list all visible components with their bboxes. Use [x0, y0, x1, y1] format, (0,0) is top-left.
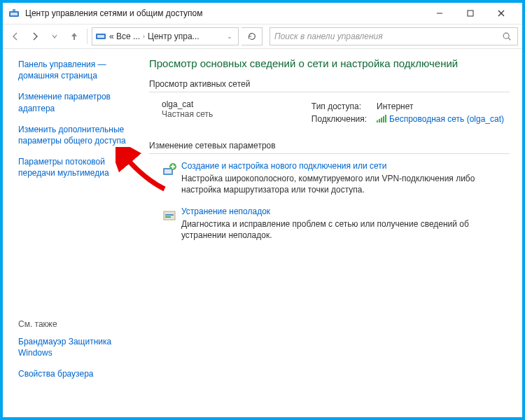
svg-rect-4 [468, 10, 473, 16]
troubleshoot-link[interactable]: Устранение неполадок [181, 206, 510, 216]
minimize-button[interactable] [424, 3, 455, 24]
window: Центр управления сетями и общим доступом [0, 0, 525, 420]
address-icon [95, 30, 106, 43]
sidebar: Панель управления — домашняя страница Из… [3, 49, 146, 417]
breadcrumb-current[interactable]: Центр упра... [148, 31, 200, 41]
up-button[interactable] [66, 28, 83, 45]
search-box[interactable] [270, 27, 518, 46]
maximize-button[interactable] [455, 3, 486, 24]
svg-rect-22 [165, 214, 174, 216]
svg-point-9 [503, 33, 509, 38]
sidebar-link-browser[interactable]: Свойства браузера [18, 368, 138, 379]
connection-link[interactable]: Беспроводная сеть (olga_cat) [389, 114, 504, 124]
app-icon [8, 8, 20, 19]
sidebar-link-home[interactable]: Панель управления — домашняя страница [18, 59, 138, 81]
forward-button[interactable] [27, 28, 43, 45]
body: Панель управления — домашняя страница Из… [3, 49, 522, 417]
content: Просмотр основных сведений о сети и наст… [146, 49, 522, 417]
sidebar-link-streaming[interactable]: Параметры потоковой передачи мультимедиа [18, 156, 138, 178]
svg-rect-1 [10, 13, 18, 15]
wifi-signal-icon [377, 115, 386, 125]
svg-rect-20 [171, 166, 175, 167]
svg-rect-8 [97, 35, 104, 38]
see-also-header: См. также [18, 319, 138, 329]
troubleshoot-icon [162, 206, 181, 241]
troubleshoot-desc: Диагностика и исправление проблем с сеть… [181, 218, 510, 241]
active-network-row: olga_cat Частная сеть Тип доступа: Интер… [162, 99, 510, 127]
recent-dropdown[interactable] [46, 28, 63, 45]
connections-label: Подключения: [307, 113, 371, 125]
network-type: Частная сеть [162, 109, 213, 119]
page-heading: Просмотр основных сведений о сети и наст… [149, 57, 510, 69]
back-button[interactable] [7, 28, 24, 45]
option-troubleshoot: Устранение неполадок Диагностика и испра… [162, 206, 510, 241]
titlebar: Центр управления сетями и общим доступом [3, 3, 522, 24]
sidebar-link-sharing[interactable]: Изменить дополнительные параметры общего… [18, 124, 138, 146]
svg-rect-13 [381, 118, 382, 122]
change-settings-header: Изменение сетевых параметров [149, 141, 510, 154]
address-dropdown-icon[interactable]: ⌄ [224, 33, 235, 40]
window-title: Центр управления сетями и общим доступом [25, 8, 424, 18]
search-icon [500, 31, 513, 41]
sidebar-link-adapter[interactable]: Изменение параметров адаптера [18, 91, 138, 113]
option-new-connection: Создание и настройка нового подключения … [162, 161, 510, 195]
refresh-button[interactable] [241, 27, 262, 46]
close-button[interactable] [486, 3, 517, 24]
active-networks-header: Просмотр активных сетей [149, 79, 510, 92]
svg-rect-14 [383, 116, 384, 122]
svg-rect-12 [379, 119, 380, 122]
chevron-right-icon: › [141, 33, 146, 40]
access-type-label: Тип доступа: [307, 101, 371, 112]
separator [87, 29, 88, 44]
svg-line-10 [508, 38, 510, 40]
svg-rect-2 [13, 9, 15, 11]
toolbar: « Все ... › Центр упра... ⌄ [3, 24, 522, 49]
new-connection-icon [162, 161, 181, 195]
new-connection-link[interactable]: Создание и настройка нового подключения … [181, 161, 510, 171]
search-input[interactable] [274, 31, 500, 41]
breadcrumb-prev[interactable]: « Все ... [109, 31, 140, 41]
network-name: olga_cat [162, 99, 213, 109]
address-bar[interactable]: « Все ... › Центр упра... ⌄ [92, 27, 239, 46]
svg-rect-17 [164, 169, 172, 174]
svg-rect-15 [385, 115, 386, 122]
new-connection-desc: Настройка широкополосного, коммутируемог… [181, 173, 510, 195]
svg-rect-23 [165, 216, 171, 218]
access-type-value: Интернет [372, 101, 508, 112]
svg-rect-11 [377, 120, 378, 122]
sidebar-link-firewall[interactable]: Брандмауэр Защитника Windows [18, 336, 138, 358]
